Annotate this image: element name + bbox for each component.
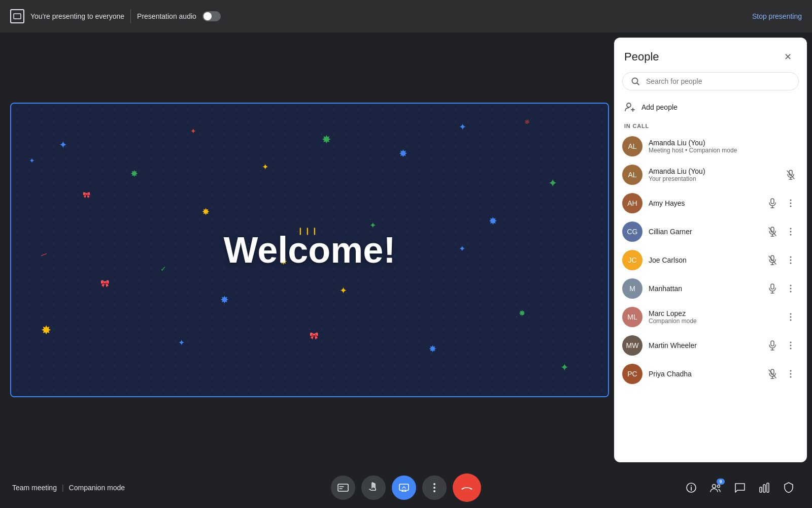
avatar: AL <box>622 136 642 156</box>
svg-line-4 <box>637 83 639 85</box>
confetti-decoration: ✦ <box>459 121 466 133</box>
svg-point-55 <box>433 487 435 489</box>
confetti-decoration: ─ <box>40 249 48 260</box>
svg-point-40 <box>790 348 792 350</box>
confetti-decoration: ✸ <box>202 206 210 217</box>
bottom-right-controls: 9 <box>680 477 800 499</box>
more-options-button[interactable] <box>783 224 799 240</box>
svg-point-45 <box>790 373 792 375</box>
present-button[interactable] <box>392 475 416 500</box>
more-options-button[interactable] <box>783 280 799 297</box>
close-panel-button[interactable]: ✕ <box>779 48 797 66</box>
confetti-decoration: ✦ <box>340 285 347 296</box>
confetti-decoration: ✸ <box>399 147 408 160</box>
mute-button[interactable] <box>764 337 781 354</box>
captions-button[interactable] <box>331 475 355 500</box>
info-button[interactable] <box>680 477 702 499</box>
person-item[interactable]: AHAmy Hayes <box>614 189 807 217</box>
confetti-decoration: ✸ <box>130 168 138 179</box>
confetti-decoration: ✸ <box>220 294 229 306</box>
confetti-decoration: ✸ <box>519 308 525 318</box>
panel-header: People ✕ <box>614 38 807 72</box>
svg-point-31 <box>790 288 792 290</box>
confetti-decoration: ✦ <box>29 156 35 165</box>
svg-point-13 <box>790 200 792 201</box>
svg-point-34 <box>790 316 792 318</box>
activities-button[interactable] <box>753 477 775 499</box>
more-options-button[interactable] <box>783 309 799 325</box>
more-options-button[interactable] <box>783 337 799 354</box>
search-input[interactable] <box>646 77 790 85</box>
svg-point-21 <box>790 234 792 236</box>
svg-point-33 <box>790 313 792 315</box>
mute-button[interactable] <box>764 280 781 297</box>
presentation-audio-toggle[interactable] <box>202 11 221 21</box>
confetti-decoration: ✦ <box>560 361 569 373</box>
person-item[interactable]: ALAmanda Liu (You)Your presentation <box>614 161 807 189</box>
svg-point-5 <box>627 103 631 107</box>
person-actions <box>764 224 799 240</box>
more-options-button[interactable] <box>783 366 799 382</box>
raise-hand-button[interactable] <box>361 475 386 500</box>
person-name: Cillian Garner <box>649 228 758 236</box>
person-item[interactable]: CGCillian Garner <box>614 217 807 246</box>
audio-label: Presentation audio <box>137 12 196 20</box>
person-info: Amanda Liu (You)Meeting host • Companion… <box>649 139 793 154</box>
video-area: ✦ ✦ ✸ ✦ ❈ ✦ ✸ ✦ ✸ ✦ 🎀 ✸ ✦ ✸ ─ ✓ ✸ ✦ 🎀 ✸ <box>0 33 614 467</box>
svg-point-61 <box>718 485 720 488</box>
mute-button[interactable] <box>764 366 781 382</box>
avatar: AL <box>622 165 642 185</box>
video-frame: ✦ ✦ ✸ ✦ ❈ ✦ ✸ ✦ ✸ ✦ 🎀 ✸ ✦ ✸ ─ ✓ ✸ ✦ 🎀 ✸ <box>10 103 609 397</box>
confetti-decoration: ✦ <box>190 127 196 135</box>
person-name: Amanda Liu (You) <box>649 139 793 147</box>
end-call-button[interactable] <box>453 473 481 502</box>
bottom-center-controls <box>331 473 481 502</box>
people-list: ALAmanda Liu (You)Meeting host • Compani… <box>614 132 807 462</box>
person-name: Amy Hayes <box>649 199 758 207</box>
svg-point-14 <box>790 203 792 204</box>
svg-point-59 <box>691 485 692 486</box>
person-actions <box>764 252 799 268</box>
chat-button[interactable] <box>729 477 751 499</box>
person-subtitle: Meeting host • Companion mode <box>649 147 793 154</box>
svg-point-39 <box>790 345 792 346</box>
avatar: JC <box>622 250 642 270</box>
person-item[interactable]: MWMartin Wheeler <box>614 331 807 360</box>
add-people-button[interactable]: Add people <box>614 97 807 118</box>
mute-button[interactable] <box>783 167 799 183</box>
top-bar-left: You're presenting to everyone Presentati… <box>10 9 744 23</box>
svg-rect-64 <box>767 483 769 492</box>
person-item[interactable]: ALAmanda Liu (You)Meeting host • Compani… <box>614 132 807 161</box>
person-item[interactable]: JCJoe Carlson <box>614 246 807 274</box>
mute-button[interactable] <box>764 252 781 268</box>
svg-point-44 <box>790 370 792 372</box>
main-content: ✦ ✦ ✸ ✦ ❈ ✦ ✸ ✦ ✸ ✦ 🎀 ✸ ✦ ✸ ─ ✓ ✸ ✦ 🎀 ✸ <box>0 33 812 467</box>
confetti-decoration: ✸ <box>41 323 51 337</box>
stop-presenting-button[interactable]: Stop presenting <box>752 12 802 20</box>
confetti-decoration: ✓ <box>160 265 166 273</box>
mute-button[interactable] <box>764 195 781 211</box>
person-item[interactable]: MLMarc LopezCompanion mode <box>614 303 807 331</box>
person-info: Manhattan <box>649 284 758 293</box>
person-name: Priya Chadha <box>649 370 758 378</box>
person-name: Marc Lopez <box>649 309 776 318</box>
people-button[interactable]: 9 <box>704 477 727 499</box>
confetti-decoration: ✦ <box>459 244 465 253</box>
svg-point-54 <box>433 483 435 485</box>
svg-rect-0 <box>14 14 21 19</box>
more-options-button[interactable] <box>783 195 799 211</box>
person-item[interactable]: PCPriya Chadha <box>614 360 807 388</box>
svg-rect-63 <box>763 485 765 492</box>
confetti-decoration: 🎀 <box>83 192 90 199</box>
avatar: ML <box>622 307 642 327</box>
svg-point-3 <box>632 78 638 84</box>
panel-title: People <box>624 50 659 64</box>
mute-button[interactable] <box>764 224 781 240</box>
security-button[interactable] <box>777 477 800 499</box>
avatar: MW <box>622 335 642 356</box>
avatar: CG <box>622 221 642 242</box>
person-item[interactable]: MManhattan <box>614 274 807 303</box>
more-options-button[interactable] <box>783 252 799 268</box>
people-badge: 9 <box>717 479 725 485</box>
more-options-button[interactable] <box>422 475 447 500</box>
